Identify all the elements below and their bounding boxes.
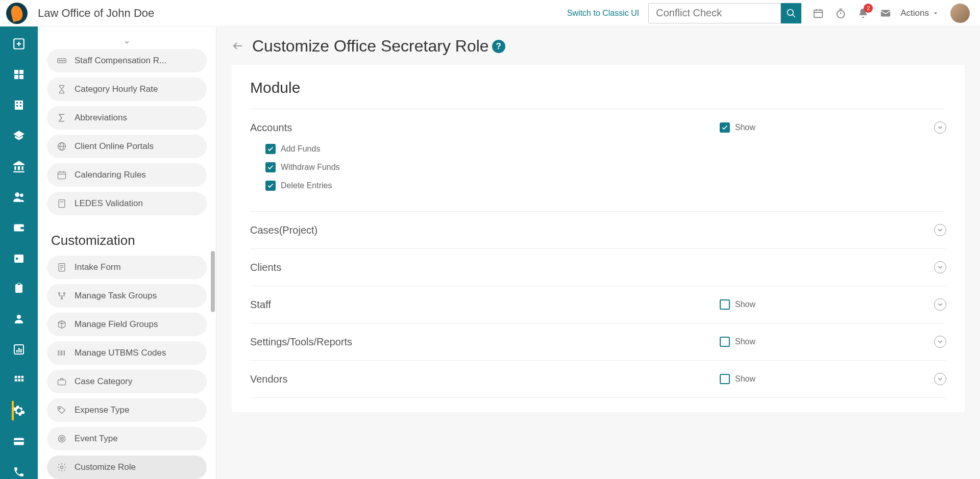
module-vendors: VendorsShow xyxy=(250,361,946,398)
keyboard-icon xyxy=(56,55,67,66)
rail-grid-icon[interactable] xyxy=(12,373,26,387)
permission-checkbox[interactable] xyxy=(265,181,276,191)
actions-menu[interactable]: Actions xyxy=(900,8,939,18)
settings-item-label: LEDES Validation xyxy=(75,198,143,209)
settings-item-case-category[interactable]: Case Category xyxy=(47,370,207,393)
settings-item-label: Case Category xyxy=(75,376,132,387)
module-name: Vendors xyxy=(250,373,720,385)
rail-settings-icon[interactable] xyxy=(12,404,26,418)
settings-item-manage-task-groups[interactable]: Manage Task Groups xyxy=(47,284,207,308)
svg-rect-38 xyxy=(15,379,17,382)
svg-rect-17 xyxy=(15,100,23,110)
settings-item-ledes-validation[interactable]: LEDES Validation xyxy=(47,192,207,215)
settings-item-calendaring-rules[interactable]: Calendaring Rules xyxy=(47,163,207,187)
permission-checkbox[interactable] xyxy=(265,144,276,154)
calendar-icon[interactable] xyxy=(813,8,824,19)
module-staff: StaffShow xyxy=(250,286,946,323)
firm-name: Law Office of John Doe xyxy=(38,7,154,20)
permission-checkbox[interactable] xyxy=(265,162,276,172)
settings-item-label: Expense Type xyxy=(75,405,129,415)
customization-heading: Customization xyxy=(47,220,207,256)
svg-rect-14 xyxy=(19,70,23,74)
show-checkbox[interactable] xyxy=(720,122,730,133)
svg-point-63 xyxy=(61,297,62,299)
show-label: Show xyxy=(735,337,755,346)
expand-toggle[interactable] xyxy=(934,336,946,348)
rail-create-icon[interactable] xyxy=(12,37,26,51)
rail-chart-icon[interactable] xyxy=(12,342,26,357)
svg-line-1 xyxy=(793,14,795,17)
rail-dashboard-icon[interactable] xyxy=(12,67,26,82)
rail-wallet-icon[interactable] xyxy=(12,220,26,235)
settings-item-customize-role[interactable]: Customize Role xyxy=(47,456,207,479)
timer-icon[interactable] xyxy=(835,8,846,19)
card-title: Module xyxy=(250,79,946,109)
svg-rect-51 xyxy=(58,172,66,179)
settings-item-category-hourly-rate[interactable]: Category Hourly Rate xyxy=(47,78,207,101)
rail-bank-icon[interactable] xyxy=(12,159,26,173)
user-avatar[interactable] xyxy=(950,4,970,23)
svg-rect-69 xyxy=(58,380,66,385)
switch-classic-link[interactable]: Switch to Classic UI xyxy=(567,9,639,18)
settings-item-manage-field-groups[interactable]: Manage Field Groups xyxy=(47,313,207,336)
svg-rect-20 xyxy=(16,105,18,107)
permission-label: Delete Entries xyxy=(281,181,332,190)
expand-toggle[interactable] xyxy=(934,261,946,273)
show-checkbox[interactable] xyxy=(720,299,730,310)
help-icon[interactable]: ? xyxy=(492,40,505,53)
expand-toggle[interactable] xyxy=(934,121,946,134)
svg-point-44 xyxy=(59,60,60,61)
rail-schedule-icon[interactable] xyxy=(12,251,26,265)
rail-building-icon[interactable] xyxy=(12,98,26,112)
rail-person-icon[interactable] xyxy=(12,312,26,326)
bell-icon[interactable]: 2 xyxy=(857,8,869,19)
settings-item-staff-compensation-r-[interactable]: Staff Compensation R... xyxy=(47,49,207,72)
show-checkbox[interactable] xyxy=(720,337,730,347)
search-wrap xyxy=(648,3,801,23)
conflict-check-input[interactable] xyxy=(648,3,781,23)
svg-rect-67 xyxy=(63,350,63,356)
mail-icon[interactable] xyxy=(880,8,891,19)
show-checkbox[interactable] xyxy=(720,374,730,384)
svg-rect-37 xyxy=(21,376,24,379)
permission-delete-entries: Delete Entries xyxy=(265,181,946,191)
rail-people-icon[interactable] xyxy=(12,190,26,204)
module-name: Settings/Tools/Reports xyxy=(250,336,720,348)
settings-item-expense-type[interactable]: Expense Type xyxy=(47,398,207,422)
rail-education-icon[interactable] xyxy=(12,129,26,143)
caret-down-icon xyxy=(932,10,939,17)
settings-item-manage-utbms-codes[interactable]: Manage UTBMS Codes xyxy=(47,341,207,365)
settings-item-intake-form[interactable]: Intake Form xyxy=(47,256,207,279)
rail-card-icon[interactable] xyxy=(12,434,26,448)
module-name: Staff xyxy=(250,299,720,311)
scroll-up-caret[interactable]: ⌄ xyxy=(47,32,207,49)
settings-item-client-online-portals[interactable]: Client Online Portals xyxy=(47,135,207,158)
main-content: Customize Office Secretary Role ? Module… xyxy=(216,27,980,479)
settings-item-label: Client Online Portals xyxy=(75,141,154,152)
left-rail xyxy=(0,27,38,479)
svg-rect-66 xyxy=(61,350,62,356)
back-button[interactable] xyxy=(232,40,245,53)
rail-clipboard-icon[interactable] xyxy=(12,282,26,296)
svg-point-22 xyxy=(15,192,19,197)
svg-rect-40 xyxy=(21,379,24,382)
expand-toggle[interactable] xyxy=(934,373,946,385)
expand-toggle[interactable] xyxy=(934,298,946,311)
search-icon xyxy=(786,8,796,18)
scrollbar-thumb[interactable] xyxy=(211,251,215,312)
svg-rect-55 xyxy=(59,200,65,208)
settings-item-event-type[interactable]: Event Type xyxy=(47,427,207,450)
settings-item-abbreviations[interactable]: Abbreviations xyxy=(47,106,207,130)
svg-point-73 xyxy=(61,438,62,439)
expand-toggle[interactable] xyxy=(934,224,946,236)
svg-point-62 xyxy=(63,292,65,294)
svg-rect-35 xyxy=(15,376,17,379)
settings-item-label: Event Type xyxy=(75,434,118,444)
search-button[interactable] xyxy=(781,3,801,23)
permission-label: Add Funds xyxy=(281,144,320,154)
settings-item-label: Abbreviations xyxy=(75,113,127,123)
rail-phone-icon[interactable] xyxy=(12,465,26,479)
svg-rect-34 xyxy=(20,349,22,352)
settings-item-label: Intake Form xyxy=(75,262,121,272)
svg-rect-15 xyxy=(14,75,18,79)
